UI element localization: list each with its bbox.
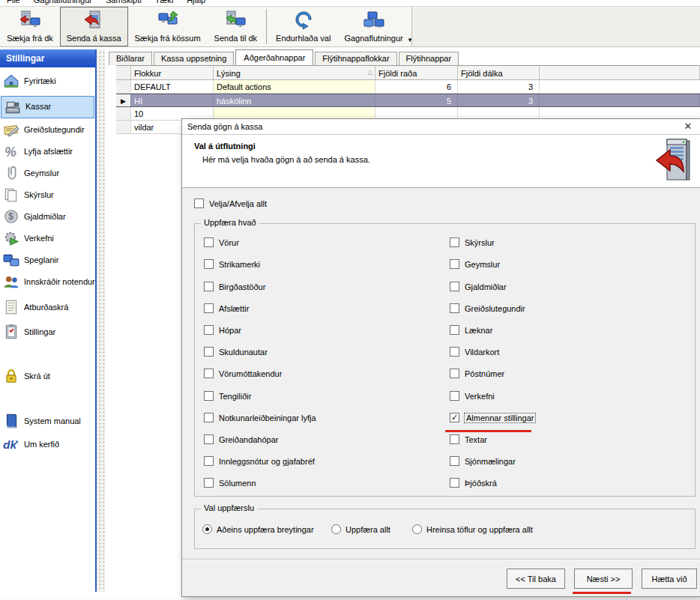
column-header-fjoldi-dalka[interactable]: Fjöldi dálka	[458, 66, 540, 79]
radio-icon[interactable]	[412, 524, 422, 534]
checkbox-icon[interactable]	[204, 456, 214, 466]
checkbox-icon[interactable]	[204, 237, 214, 247]
sidebar-item-fyrirtaeki[interactable]: Fyrirtæki	[0, 70, 95, 91]
checkbox-icon[interactable]	[450, 237, 459, 247]
checkbox-almennar-stillingar[interactable]: Almennar stillingar	[450, 413, 535, 422]
checkbox-icon[interactable]	[194, 199, 204, 208]
sidebar-item-geymslur[interactable]: Geymslur	[0, 163, 95, 184]
dialog-title-bar[interactable]: Senda gögn á kassa ✕	[182, 119, 700, 135]
checkbox-icon[interactable]	[204, 325, 214, 335]
menu-file[interactable]: File	[0, 0, 27, 4]
sidebar-item-gjaldmidlar[interactable]: $ Gjaldmiðlar	[0, 206, 95, 227]
tab-kassa-uppsetning[interactable]: Kassa uppsetning	[154, 52, 234, 65]
sidebar-item-greidslutegundir[interactable]: Greiðslutegundir	[0, 119, 95, 140]
menu-gagnaflutningur[interactable]: Gagnaflutningur	[27, 0, 99, 4]
column-header-flokkur[interactable]: Flokkur	[131, 66, 214, 79]
checkbox-icon[interactable]	[450, 325, 459, 335]
checkbox-greidandahopar[interactable]: Greiðandahópar	[204, 434, 279, 444]
table-row-selected[interactable]: ▶ HI háskólinn 5 3	[116, 94, 700, 107]
checkbox-icon[interactable]	[450, 478, 459, 488]
checkbox-icon[interactable]	[204, 303, 214, 313]
checkbox-checked-icon[interactable]	[450, 413, 459, 422]
menu-taeki[interactable]: Tæki	[148, 0, 180, 4]
checkbox-skyrslur[interactable]: Skýrslur	[450, 237, 495, 247]
sidebar-item-speglanir[interactable]: Speglanir	[0, 249, 95, 270]
tab-flytihnappaflokkar[interactable]: Flýtihnappaflokkar	[315, 52, 396, 65]
sidebar-item-skyrslur[interactable]: Skýrslur	[0, 184, 95, 205]
sidebar-item-um-kerfid[interactable]: dk Um kerfið	[0, 434, 95, 455]
checkbox-icon[interactable]	[450, 259, 459, 269]
fetch-from-dk-button[interactable]: Sækja frá dk	[0, 7, 60, 46]
tab-bidlarar[interactable]: Biðlarar	[109, 52, 152, 65]
checkbox-vorumottakendur[interactable]: Vörumóttakendur	[204, 369, 282, 378]
checkbox-icon[interactable]	[450, 456, 459, 466]
checkbox-icon[interactable]	[450, 369, 459, 378]
checkbox-icon[interactable]	[450, 347, 459, 357]
checkbox-birgdastodur[interactable]: Birgðastöður	[204, 282, 265, 291]
tab-adgerdahnappar[interactable]: Aðgerðahnappar	[235, 49, 313, 65]
checkbox-strikamerki[interactable]: Strikamerki	[204, 259, 260, 269]
checkbox-geymslur[interactable]: Geymslur	[450, 259, 500, 269]
checkbox-hopar[interactable]: Hópar	[204, 325, 241, 335]
data-transfer-button[interactable]: Gagnaflutningur	[337, 7, 409, 46]
sidebar-item-system-manual[interactable]: System manual	[0, 410, 95, 431]
checkbox-gjaldmidlar[interactable]: Gjaldmiðlar	[450, 282, 507, 291]
checkbox-laeknar[interactable]: Læknar	[450, 325, 492, 335]
sidebar-item-kassar[interactable]: Kassar	[1, 96, 94, 118]
checkbox-textar[interactable]: Textar	[450, 434, 487, 444]
checkbox-sjonmaelingar[interactable]: Sjónmælingar	[450, 456, 516, 466]
checkbox-icon[interactable]	[204, 434, 214, 444]
checkbox-icon[interactable]	[450, 434, 459, 444]
radio-uppfaera-allt[interactable]: Uppfæra allt	[331, 524, 390, 534]
close-icon[interactable]: ✕	[682, 121, 694, 133]
fetch-from-registers-button[interactable]: Sækja frá kössum	[128, 7, 208, 46]
select-all-checkbox[interactable]: Velja/Afvelja allt	[194, 199, 267, 208]
checkbox-icon[interactable]	[204, 259, 214, 269]
sidebar-splitter[interactable]	[97, 49, 105, 592]
checkbox-icon[interactable]	[204, 369, 214, 378]
checkbox-afslaettir[interactable]: Afslættir	[204, 303, 249, 313]
checkbox-verkefni[interactable]: Verkefni	[450, 391, 495, 401]
checkbox-solumenn[interactable]: Sölumenn	[204, 478, 256, 488]
checkbox-vorur[interactable]: Vörur	[204, 237, 239, 247]
reload-selection-button[interactable]: Endurhlaða val	[269, 7, 337, 46]
checkbox-icon[interactable]	[204, 478, 214, 488]
radio-selected-icon[interactable]	[202, 524, 212, 534]
sidebar-item-lyfja-afslaettir[interactable]: % Lyfja afslættir	[0, 141, 95, 162]
table-row[interactable]: DEFAULT Default actions 6 3	[116, 80, 700, 94]
checkbox-skuldunautar[interactable]: Skuldunautar	[204, 347, 268, 357]
radio-adeins-uppfaera-breytingar[interactable]: Aðeins uppfæra breytingar	[202, 524, 314, 534]
checkbox-icon[interactable]	[204, 413, 214, 422]
sidebar-item-verkefni[interactable]: Verkefni	[0, 228, 95, 249]
checkbox-tengilidir[interactable]: Tengiliðir	[204, 391, 251, 401]
tab-flytihnappar[interactable]: Flýtihnappar	[399, 52, 459, 65]
column-header-lysing[interactable]: Lýsing△	[214, 66, 375, 79]
radio-icon[interactable]	[331, 524, 341, 534]
next-button[interactable]: Næsti >>	[574, 569, 633, 589]
checkbox-notkunarleidbeiningar-lyfja[interactable]: Notkunarleiðbeiningar lyfja	[204, 413, 316, 422]
checkbox-thjodskra[interactable]: Þjóðskrá	[450, 478, 497, 488]
checkbox-icon[interactable]	[450, 303, 459, 313]
checkbox-vildarkort[interactable]: Vildarkort	[450, 347, 499, 357]
checkbox-icon[interactable]	[450, 391, 459, 401]
cancel-button[interactable]: Hætta við	[642, 569, 697, 589]
sidebar-item-atburdaskra[interactable]: Atburðaskrá	[0, 297, 95, 318]
checkbox-icon[interactable]	[204, 282, 214, 291]
sidebar-item-innskradir-notendur[interactable]: Innskráðir notendur	[0, 271, 95, 292]
checkbox-postnumer[interactable]: Póstnúmer	[450, 369, 504, 378]
back-button[interactable]: << Til baka	[507, 569, 565, 589]
send-to-dk-button[interactable]: Senda til dk	[208, 7, 264, 46]
send-to-register-button[interactable]: Senda á kassa	[60, 7, 128, 46]
checkbox-icon[interactable]	[204, 391, 214, 401]
sidebar-item-skra-ut[interactable]: Skrá út	[0, 366, 95, 387]
checkbox-icon[interactable]	[204, 347, 214, 357]
column-header-fjoldi-rada[interactable]: Fjöldi raða	[375, 66, 458, 79]
annotation-underline-almennar-stillingar	[445, 430, 531, 432]
menu-samskipti[interactable]: Samskipti	[99, 0, 148, 4]
checkbox-innleggsnotur-og-gjafabref[interactable]: Innleggsnótur og gjafabréf	[204, 456, 315, 466]
checkbox-icon[interactable]	[450, 282, 459, 291]
menu-hjalp[interactable]: Hjálp	[180, 0, 212, 4]
radio-hreinsa-toflur[interactable]: Hreinsa töflur og uppfæra allt	[412, 524, 533, 534]
checkbox-greidslutegundir[interactable]: Greiðslutegundir	[450, 303, 525, 313]
sidebar-item-stillingar[interactable]: Stillingar	[0, 321, 95, 342]
